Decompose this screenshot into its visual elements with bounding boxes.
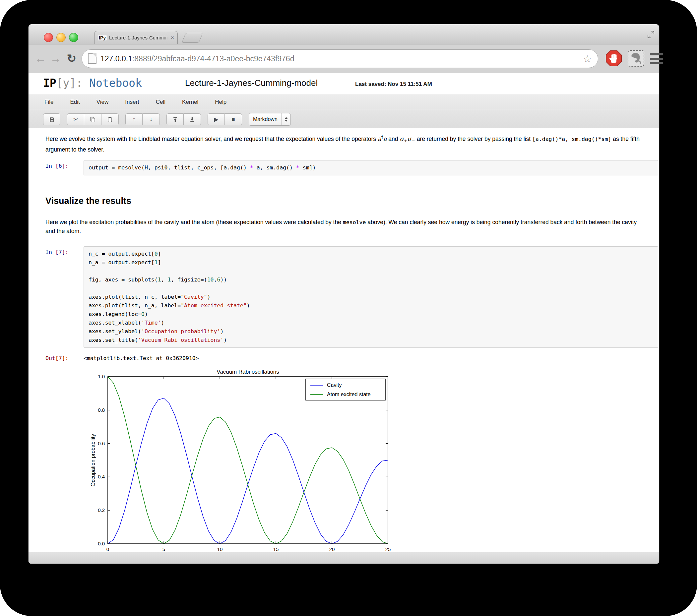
y-tick-label: 0.4	[98, 474, 105, 479]
output-text-7: <matplotlib.text.Text at 0x3620910>	[84, 355, 199, 361]
x-tick-label: 10	[217, 546, 223, 552]
copy-icon[interactable]	[84, 114, 102, 125]
adblock-extension-icon[interactable]	[605, 50, 622, 67]
input-prompt-7: In [7]:	[45, 249, 69, 255]
zoom-window-button[interactable]	[69, 33, 78, 42]
y-tick-label: 0.2	[98, 507, 105, 513]
browser-tab[interactable]: IPy Lecture-1-Jaynes-Cumming ×	[94, 31, 178, 44]
code-line: axes.legend(loc=0)	[89, 310, 653, 319]
toolbar-button-group	[43, 114, 60, 125]
cut-icon[interactable]: ✂	[67, 114, 84, 125]
toolbar-button-group	[166, 114, 201, 125]
code-line: n_c = output.expect[0]	[89, 250, 653, 258]
browser-window: IPy Lecture-1-Jaynes-Cumming × ← → ↻ 127…	[29, 24, 659, 564]
x-tick-label: 5	[162, 546, 165, 552]
ipython-logo[interactable]: IP[y]: Notebook	[43, 77, 142, 90]
fullscreen-icon[interactable]	[647, 30, 655, 39]
new-tab-button[interactable]	[182, 33, 203, 43]
series-atom-excited-state	[108, 377, 388, 544]
menu-view[interactable]: View	[97, 99, 109, 105]
legend-label: Cavity	[327, 382, 342, 388]
menu-kernel[interactable]: Kernel	[182, 99, 198, 105]
y-tick-label: 0.8	[98, 407, 105, 413]
tab-title: Lecture-1-Jaynes-Cumming	[109, 35, 168, 41]
logo-y: [y]:	[56, 77, 83, 90]
last-saved-text: Last saved: Nov 15 11:51 AM	[355, 81, 432, 88]
code-line	[89, 284, 653, 293]
chrome-menu-icon[interactable]	[650, 53, 663, 64]
run-cell-icon[interactable]: ▶	[208, 114, 225, 125]
url-host: 127.0.0.1	[101, 54, 132, 63]
window-titlebar: IPy Lecture-1-Jaynes-Cumming ×	[29, 24, 659, 44]
y-tick-label: 0.0	[98, 541, 105, 546]
toolbar-button-group: ↑↓	[125, 114, 160, 125]
markdown-cell-text[interactable]: Here we evolve the system with the Lindb…	[45, 133, 642, 154]
code-line: axes.plot(tlist, n_c, label="Cavity")	[89, 293, 653, 301]
logo-notebook: Notebook	[83, 77, 142, 90]
window-bottom-bar	[29, 552, 659, 564]
legend-label: Atom excited state	[327, 392, 371, 397]
url-path: :8889/29abfcaa-d974-4713-a0ee-bc9e743f97…	[132, 54, 294, 63]
move-cell-down-icon[interactable]: ↓	[143, 114, 160, 125]
back-icon[interactable]: ←	[34, 49, 47, 67]
notebook-header: IP[y]: Notebook Lecture-1-Jaynes-Cumming…	[29, 73, 659, 94]
x-tick-label: 25	[385, 546, 391, 552]
select-next-cell-icon[interactable]	[184, 114, 201, 125]
menu-cell[interactable]: Cell	[156, 99, 165, 105]
y-tick-label: 0.6	[98, 441, 105, 446]
minimize-window-button[interactable]	[56, 33, 66, 42]
move-cell-up-icon[interactable]: ↑	[125, 114, 143, 125]
code-line: axes.set_title('Vacuum Rabi oscillations…	[89, 336, 653, 344]
tab-favicon: IPy	[98, 35, 107, 41]
interrupt-kernel-icon[interactable]: ■	[225, 114, 242, 125]
logo-ip: IP	[43, 77, 56, 90]
code-line: axes.plot(tlist, n_a, label="Atom excite…	[89, 301, 653, 310]
url-text[interactable]: 127.0.0.1:8889/29abfcaa-d974-4713-a0ee-b…	[101, 54, 579, 63]
menu-edit[interactable]: Edit	[70, 99, 79, 105]
input-prompt-6: In [6]:	[45, 163, 69, 169]
menu-insert[interactable]: Insert	[125, 99, 139, 105]
code-line: axes.set_xlabel('Time')	[89, 319, 653, 327]
browser-navbar: ← → ↻ 127.0.0.1:8889/29abfcaa-d974-4713-…	[29, 44, 659, 74]
forward-icon[interactable]: →	[49, 49, 62, 67]
rabi-oscillations-plot: 05101520250.00.20.40.60.81.0Vacuum Rabi …	[90, 369, 393, 552]
y-axis-label: Occupation probability	[90, 434, 96, 486]
notebook-title[interactable]: Lecture-1-Jaynes-Cumming-model	[185, 78, 318, 88]
section-heading: Visualize the results	[45, 196, 131, 206]
output-prompt-7: Out[7]:	[45, 355, 69, 361]
toolbar-button-group: ▶■	[208, 114, 242, 125]
code-cell-input-6[interactable]: output = mesolve(H, psi0, tlist, c_ops, …	[84, 160, 658, 175]
code-line: axes.set_ylabel('Occupation probability'…	[89, 327, 653, 336]
evernote-extension-icon[interactable]	[627, 50, 644, 67]
reload-icon[interactable]: ↻	[65, 49, 78, 67]
address-bar[interactable]: 127.0.0.1:8889/29abfcaa-d974-4713-a0ee-b…	[81, 49, 598, 68]
select-stepper-icon[interactable]	[282, 114, 291, 125]
markdown-cell-text-2[interactable]: Here we plot the excitation probabilitie…	[45, 218, 642, 236]
page-icon	[88, 54, 97, 64]
notebook-page: IP[y]: Notebook Lecture-1-Jaynes-Cumming…	[29, 73, 659, 552]
cell-type-select[interactable]: Markdown	[249, 113, 291, 126]
toolbar-button-group: ✂	[67, 114, 119, 125]
series-cavity	[108, 398, 388, 544]
chart-title: Vacuum Rabi oscillations	[217, 369, 279, 375]
code-line: n_a = output.expect[1]	[89, 258, 653, 267]
notebook-menubar: FileEditViewInsertCellKernelHelp	[29, 94, 659, 110]
menu-help[interactable]: Help	[215, 99, 226, 105]
x-tick-label: 0	[106, 546, 109, 552]
save-icon[interactable]	[43, 114, 60, 125]
menu-file[interactable]: File	[44, 99, 54, 105]
code-line: fig, axes = subplots(1, 1, figsize=(10,6…	[89, 275, 653, 284]
close-window-button[interactable]	[44, 33, 53, 42]
select-previous-cell-icon[interactable]	[166, 114, 184, 125]
paste-icon[interactable]	[102, 114, 119, 125]
code-line: output = mesolve(H, psi0, tlist, c_ops, …	[89, 163, 653, 172]
cell-type-value: Markdown	[249, 116, 282, 122]
y-tick-label: 1.0	[98, 374, 105, 379]
x-tick-label: 20	[329, 546, 335, 552]
notebook-toolbar: ✂↑↓▶■Markdown	[29, 110, 659, 128]
tab-close-icon[interactable]: ×	[171, 35, 174, 41]
bookmark-star-icon[interactable]: ☆	[583, 53, 592, 65]
notebook-chrome: FileEditViewInsertCellKernelHelp ✂↑↓▶■Ma…	[29, 94, 659, 128]
code-cell-input-7[interactable]: n_c = output.expect[0]n_a = output.expec…	[84, 246, 658, 348]
notebook-body: Here we evolve the system with the Lindb…	[29, 128, 659, 552]
